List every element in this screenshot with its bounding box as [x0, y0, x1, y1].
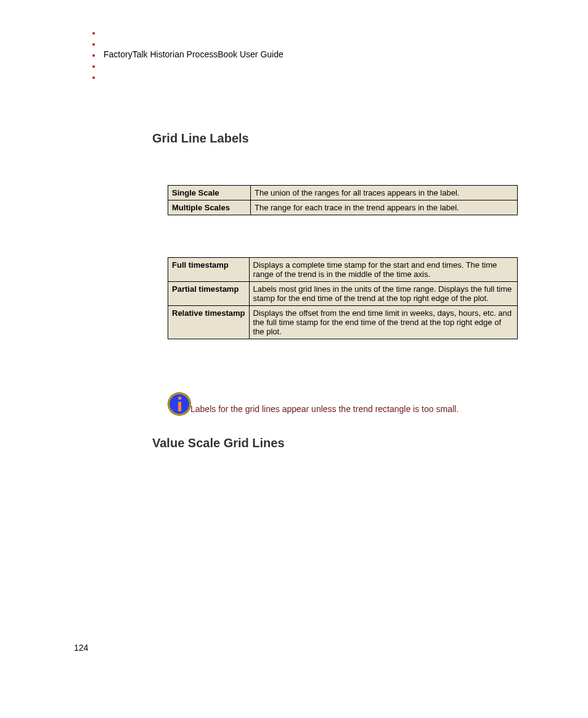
table-key: Relative timestamp	[168, 306, 250, 339]
table-key: Single Scale	[168, 186, 251, 200]
table-row: Full timestamp Displays a complete time …	[168, 258, 518, 282]
timestamp-labels-table: Full timestamp Displays a complete time …	[168, 257, 518, 339]
note-row: Labels for the grid lines appear unless …	[168, 393, 459, 415]
section-heading-value-scale-grid-lines: Value Scale Grid Lines	[152, 436, 285, 450]
page-number: 124	[74, 643, 88, 653]
table-row: Single Scale The union of the ranges for…	[168, 186, 518, 200]
table-row: Partial timestamp Labels most grid lines…	[168, 282, 518, 306]
table-value: The union of the ranges for all traces a…	[251, 186, 518, 200]
table-value: The range for each trace in the trend ap…	[251, 200, 518, 215]
table-value: Displays the offset from the end time li…	[249, 306, 518, 339]
table-value: Labels most grid lines in the units of t…	[249, 282, 518, 306]
table-row: Relative timestamp Displays the offset f…	[168, 306, 518, 339]
table-key: Full timestamp	[168, 258, 250, 282]
table-key: Multiple Scales	[168, 200, 251, 215]
note-text: Labels for the grid lines appear unless …	[190, 404, 459, 415]
document-header-title: FactoryTalk Historian ProcessBook User G…	[104, 49, 284, 59]
decorative-dots	[92, 32, 95, 88]
table-row: Multiple Scales The range for each trace…	[168, 200, 518, 215]
scale-labels-table: Single Scale The union of the ranges for…	[168, 185, 518, 215]
table-value: Displays a complete time stamp for the s…	[249, 258, 518, 282]
section-heading-grid-line-labels: Grid Line Labels	[152, 131, 249, 146]
table-key: Partial timestamp	[168, 282, 250, 306]
info-icon	[168, 393, 190, 415]
